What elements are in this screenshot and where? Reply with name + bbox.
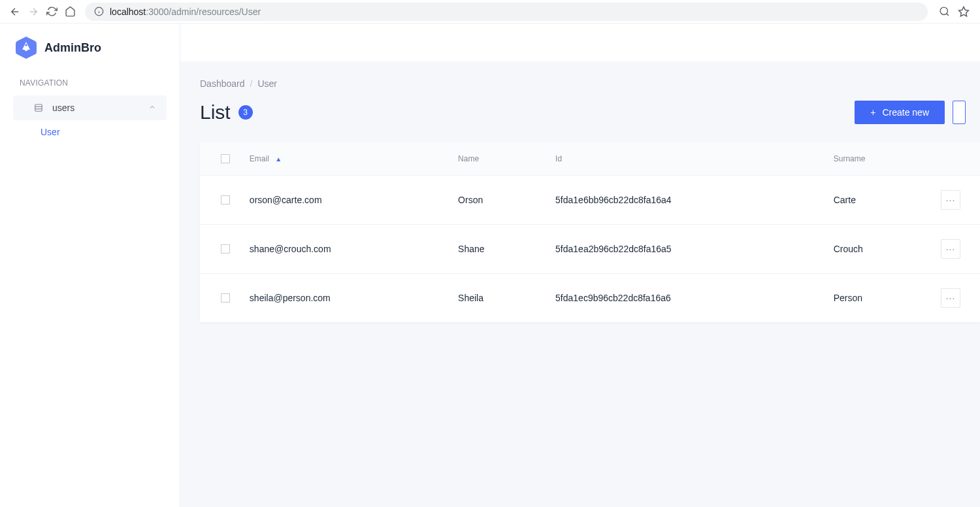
col-header-id[interactable]: Id [547,142,826,176]
table-row[interactable]: orson@carte.com Orson 5fda1e6bb96cb22dc8… [200,176,980,225]
row-checkbox[interactable] [221,293,230,303]
plus-icon: + [870,107,875,118]
create-new-label: Create new [882,107,929,118]
cell-name: Sheila [450,274,547,323]
cell-email: shane@crouch.com [242,225,450,274]
row-checkbox-cell [200,176,242,225]
row-checkbox[interactable] [221,195,230,204]
cell-actions: ··· [930,225,980,274]
table-row[interactable]: shane@crouch.com Shane 5fda1ea2b96cb22dc… [200,225,980,274]
zoom-icon[interactable] [938,6,950,18]
sidebar-item-user[interactable]: User [0,122,180,142]
back-icon[interactable] [9,6,21,18]
more-button[interactable]: ··· [941,288,960,308]
home-icon[interactable] [64,6,76,18]
col-header-surname[interactable]: Surname [826,142,930,176]
col-header-actions [930,142,980,176]
col-header-name[interactable]: Name [450,142,547,176]
cell-email: orson@carte.com [242,176,450,225]
url-path: /admin/resources/User [169,7,261,17]
brand-name: AdminBro [44,41,101,55]
content: Dashboard / User List 3 + Create new [180,61,980,339]
col-header-name-label: Name [458,154,479,163]
nav-section-label: NAVIGATION [0,74,180,91]
count-badge: 3 [238,105,253,120]
breadcrumb-separator: / [250,78,253,89]
page-header: List 3 + Create new [200,101,980,124]
breadcrumb: Dashboard / User [200,78,980,89]
row-actions: ··· [938,288,972,308]
row-actions: ··· [938,239,972,259]
more-button[interactable]: ··· [941,239,960,259]
svg-line-4 [946,14,948,16]
browser-toolbar: localhost:3000/admin/resources/User [0,0,980,24]
reload-icon[interactable] [46,6,57,18]
table-row[interactable]: sheila@person.com Sheila 5fda1ec9b96cb22… [200,274,980,323]
col-header-email[interactable]: Email ▲ [242,142,450,176]
row-actions: ··· [938,190,972,210]
cell-surname: Carte [826,176,930,225]
info-icon[interactable] [93,6,105,18]
col-header-surname-label: Surname [834,154,866,163]
cell-surname: Person [826,274,930,323]
cell-name: Shane [450,225,547,274]
forward-icon[interactable] [27,6,39,18]
col-header-email-label: Email [250,154,269,163]
table-header-row: Email ▲ Name Id Surname [200,142,980,176]
svg-rect-7 [35,105,42,112]
svg-point-3 [940,7,947,14]
col-header-checkbox [200,142,242,176]
row-checkbox-cell [200,274,242,323]
more-button[interactable]: ··· [941,190,960,210]
row-checkbox[interactable] [221,244,230,254]
sidebar-group-users[interactable]: users [13,95,167,120]
filter-button[interactable] [953,101,966,124]
browser-actions [933,6,975,18]
page-title-wrap: List 3 [200,101,253,123]
url-bar[interactable]: localhost:3000/admin/resources/User [85,3,928,21]
url-port: :3000 [146,7,169,17]
sidebar: AdminBro NAVIGATION users User [0,24,180,507]
chevron-up-icon [148,102,156,114]
breadcrumb-root[interactable]: Dashboard [200,78,245,89]
breadcrumb-current: User [257,78,277,89]
cell-actions: ··· [930,274,980,323]
users-table: Email ▲ Name Id Surname [200,142,980,322]
cell-email: sheila@person.com [242,274,450,323]
sidebar-group-label: users [52,103,148,113]
logo-area[interactable]: AdminBro [0,34,180,72]
topbar [180,24,980,61]
svg-marker-5 [959,7,969,16]
cell-surname: Crouch [826,225,930,274]
app: AdminBro NAVIGATION users User Dashboard… [0,24,980,507]
cell-actions: ··· [930,176,980,225]
star-icon[interactable] [958,6,970,18]
svg-point-6 [25,44,27,46]
sort-asc-icon: ▲ [275,155,282,163]
cell-id: 5fda1ea2b96cb22dc8fa16a5 [547,225,826,274]
page-title: List [200,101,231,123]
select-all-checkbox[interactable] [221,154,230,163]
browser-nav [5,6,80,18]
cell-id: 5fda1e6bb96cb22dc8fa16a4 [547,176,826,225]
cell-id: 5fda1ec9b96cb22dc8fa16a6 [547,274,826,323]
col-header-id-label: Id [555,154,562,163]
table-card: Email ▲ Name Id Surname [200,142,980,322]
sidebar-item-label: User [41,127,60,137]
cell-name: Orson [450,176,547,225]
header-actions: + Create new [855,101,966,124]
database-icon [34,103,44,113]
create-new-button[interactable]: + Create new [855,101,945,124]
url-text: localhost:3000/admin/resources/User [110,7,261,17]
row-checkbox-cell [200,225,242,274]
main: Dashboard / User List 3 + Create new [180,24,980,507]
logo-icon [16,37,37,59]
url-host: localhost [110,7,146,17]
